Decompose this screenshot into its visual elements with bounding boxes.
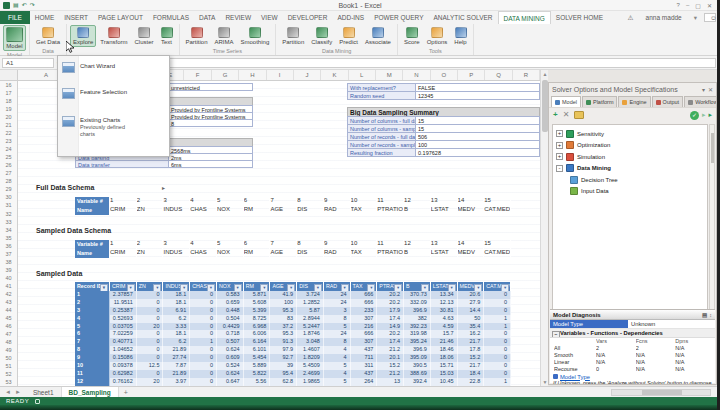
cell[interactable]: 20.2 [377,299,404,307]
cell[interactable]: TAX [351,206,378,215]
column-filter-header-zn[interactable]: ZN [137,282,164,291]
cell[interactable]: 3 [75,307,110,315]
vfd-header[interactable]: Variables - Functions - Dependencies [550,329,715,338]
cell[interactable]: 5.2447 [297,323,324,331]
cell[interactable]: RAD [324,206,351,215]
cell[interactable]: 15.7 [431,330,458,338]
cell[interactable]: 5.871 [244,291,271,299]
cell[interactable]: 666 [351,330,378,338]
cell[interactable]: PTRATIO [377,249,404,258]
cell[interactable]: 1.2852 [297,299,324,307]
column-filter-header-rad[interactable]: RAD [324,282,351,291]
ribbon-tab-insert[interactable]: INSERT [59,11,93,24]
cell[interactable]: 437 [351,346,378,354]
column-header-q[interactable]: Q [485,70,512,80]
cell[interactable]: INDUS [163,249,190,258]
cell[interactable]: 8 [297,240,324,249]
cell[interactable]: Provided by Frontline Systems [169,113,252,119]
cell[interactable]: 370.73 [404,291,431,299]
cell[interactable]: 6ms [169,161,252,167]
ribbon-tab-power-query[interactable]: POWER QUERY [369,11,428,24]
cell[interactable]: 4 [324,354,351,362]
cell[interactable]: 15.03 [431,370,458,378]
cell[interactable]: 27.9 [458,299,485,307]
cell[interactable]: 6.2 [163,338,190,346]
cell[interactable]: 0.40771 [110,338,137,346]
cell[interactable]: 10 [75,362,110,370]
cell[interactable]: 13 [431,240,458,249]
row-header-32[interactable]: 32 [0,210,17,218]
ribbon-button-partition[interactable]: Partition [279,25,307,47]
cell[interactable]: CAT.MEDV [484,206,511,215]
column-header-r[interactable]: R [513,70,540,80]
ribbon-tab-data[interactable]: DATA [194,11,220,24]
tree-item-optimization[interactable]: + Optimization [556,140,707,152]
cell[interactable]: 11.9511 [110,299,137,307]
cell[interactable]: 3 [163,240,190,249]
column-header-m[interactable]: M [376,70,403,80]
row-header-53[interactable]: 53 [0,378,17,386]
column-header-n[interactable]: N [403,70,430,80]
cell[interactable]: Data transfer [76,161,169,167]
cell[interactable]: 0 [190,323,217,331]
cell[interactable]: MEDV [458,206,485,215]
cell[interactable]: 17.4 [377,338,404,346]
cell[interactable]: 0 [190,362,217,370]
row-header-34[interactable]: 34 [0,226,17,234]
column-filter-header-dis[interactable]: DIS [297,282,324,291]
cell[interactable]: 0 [484,362,511,370]
cell[interactable]: 0 [484,299,511,307]
cell[interactable]: Number of records - full data [348,133,416,140]
cell[interactable]: 390.5 [404,362,431,370]
cell[interactable]: 18.06 [431,354,458,362]
cell[interactable]: 7 [270,197,297,206]
cell[interactable]: 1 [110,197,137,206]
column-filter-header-record-id[interactable]: Record ID [75,282,110,291]
row-header-33[interactable]: 33 [0,218,17,226]
cell[interactable]: 8 [324,338,351,346]
column-header-l[interactable]: L [349,70,376,80]
cell[interactable]: PTRATIO [377,206,404,215]
cell[interactable]: 8.725 [244,315,271,323]
column-filter-header-indus[interactable]: INDUS [163,282,190,291]
ribbon-tab-review[interactable]: REVIEW [220,11,256,24]
cell[interactable]: 307 [351,315,378,323]
cell[interactable]: 15.71 [431,362,458,370]
cell[interactable]: 39 [270,362,297,370]
cell[interactable]: 5.4509 [297,362,324,370]
cell[interactable]: 15 [484,197,511,206]
cell[interactable]: 0 [190,346,217,354]
cell[interactable]: 4.59 [431,323,458,331]
cell[interactable]: 0.609 [217,354,244,362]
cell[interactable]: 12.13 [431,299,458,307]
cell[interactable]: 97.9 [270,346,297,354]
cell[interactable]: 4 [324,346,351,354]
column-header-i[interactable]: I [267,70,294,80]
cell[interactable]: ZN [137,249,164,258]
cell[interactable]: 20.2 [377,291,404,299]
cell[interactable]: 1.8746 [297,330,324,338]
cell[interactable]: 10.45 [431,378,458,386]
row-header-35[interactable]: 35 [0,234,17,242]
cell[interactable]: 0 [484,346,511,354]
cell[interactable]: 15.2 [458,354,485,362]
expander-icon[interactable]: + [556,142,563,149]
cell[interactable]: 5 [217,240,244,249]
cell[interactable]: 6 [244,240,271,249]
cell[interactable]: 2ms [169,154,252,160]
row-header-21[interactable]: 21 [0,121,17,129]
cell[interactable]: 1 [484,315,511,323]
cell[interactable]: 6.91 [163,307,190,315]
row-header-37[interactable]: 37 [0,250,17,258]
row-header-29[interactable]: 29 [0,185,17,193]
cell[interactable]: 91.3 [270,338,297,346]
cell[interactable]: LSTAT [431,249,458,258]
cell[interactable]: FALSE [416,84,539,91]
cell[interactable]: 437 [351,370,378,378]
cell[interactable]: 4.63 [431,315,458,323]
column-filter-header-age[interactable]: AGE [270,282,297,291]
cell[interactable]: 20.2 [377,330,404,338]
cell[interactable]: 9 [324,197,351,206]
cell[interactable]: DIS [297,249,324,258]
cell[interactable]: 3.048 [297,338,324,346]
